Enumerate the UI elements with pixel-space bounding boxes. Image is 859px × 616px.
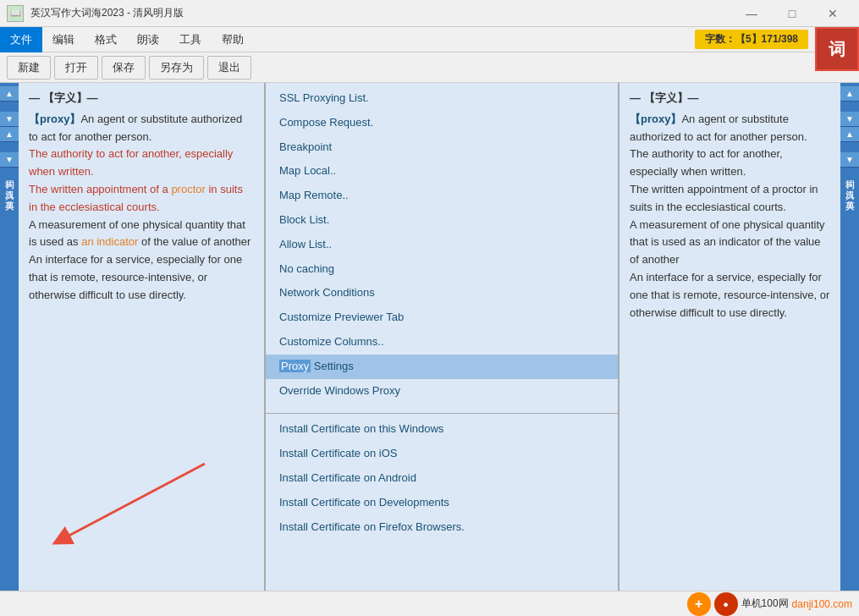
left-panel-text-2: The authority to act for another, especi… <box>29 146 254 181</box>
new-button[interactable]: 新建 <box>7 56 51 80</box>
menu-tools[interactable]: 工具 <box>169 27 212 52</box>
logo-circle-icon: + <box>687 592 711 616</box>
menu-install-cert-developments[interactable]: Install Certificate on Developments <box>266 491 618 515</box>
left-panel-text-5: An interface for a service, especially f… <box>29 251 254 304</box>
toolbar: 新建 打开 保存 另存为 退出 <box>0 52 859 83</box>
menu-override-windows-proxy[interactable]: Override Windows Proxy <box>266 379 618 404</box>
maximize-button[interactable]: □ <box>773 0 812 27</box>
center-panel: SSL Proxying List. Compose Request. Brea… <box>264 83 619 591</box>
menu-divider <box>266 413 618 414</box>
left-panel-heading: — 【字义】— <box>29 90 254 107</box>
exit-button[interactable]: 退出 <box>207 56 251 80</box>
sidebar-right-近义[interactable]: 近义 <box>840 102 858 112</box>
open-button[interactable]: 打开 <box>54 56 98 80</box>
right-panel-heading: — 【字义】— <box>630 90 830 107</box>
title-bar-left: 📖 英汉写作大词海2023 - 清风明月版 <box>7 5 184 22</box>
sidebar-left-近义[interactable]: 近义 <box>0 102 18 112</box>
left-panel-text-3: The written appointment of a proctor in … <box>29 181 254 217</box>
close-button[interactable]: ✕ <box>813 0 852 27</box>
sidebar-left-汉典[interactable]: 汉典 <box>0 178 18 188</box>
right-sidebar: ▲ 近义 ▼ ▲ 反义 ▼ 构词 汉典 英典 <box>840 83 859 591</box>
menu-block-list[interactable]: Block List. <box>266 208 618 233</box>
app-icon: 📖 <box>7 5 24 22</box>
left-scroll-up2[interactable]: ▲ <box>0 127 19 142</box>
left-sidebar: ▲ 近义 ▼ ▲ 反义 ▼ 构词 汉典 英典 <box>0 83 19 591</box>
logo-circle-2: ● <box>714 592 738 616</box>
sidebar-left-构词[interactable]: 构词 <box>0 168 18 178</box>
sidebar-left-反义[interactable]: 反义 <box>0 142 18 152</box>
right-scroll-up2[interactable]: ▲ <box>840 127 859 142</box>
right-panel-text-2: The authority to act for another, especi… <box>630 146 830 181</box>
right-panel-text-4: A measurement of one physical quantity t… <box>630 217 830 269</box>
menu-proxy-settings[interactable]: Proxy Settings <box>266 355 618 379</box>
menu-breakpoint[interactable]: Breakpoint <box>266 135 618 160</box>
right-scroll-down2[interactable]: ▼ <box>840 152 859 168</box>
right-scroll-down1[interactable]: ▼ <box>840 112 859 127</box>
bottom-logo: + ● 单机100网 danji100.com <box>687 592 852 616</box>
menu-map-local[interactable]: Map Local.. <box>266 159 618 184</box>
window-title: 英汉写作大词海2023 - 清风明月版 <box>30 6 184 20</box>
menu-customize-columns[interactable]: Customize Columns.. <box>266 330 618 355</box>
menu-install-cert-firefox[interactable]: Install Certificate on Firefox Browsers. <box>266 515 618 540</box>
menu-no-caching[interactable]: No caching <box>266 257 618 282</box>
menu-ssl-proxying[interactable]: SSL Proxying List. <box>266 86 618 111</box>
right-panel-text-5: An interface for a service, especially f… <box>630 269 830 322</box>
word-count-badge: 字数：【5】171/398 <box>695 30 808 49</box>
menu-install-cert-android[interactable]: Install Certificate on Android <box>266 466 618 491</box>
red-arrow <box>36 455 256 557</box>
left-panel-text-4: A measurement of one physical quantity t… <box>29 217 254 252</box>
logo-badge: 词 <box>815 27 859 71</box>
main-content: ▲ 近义 ▼ ▲ 反义 ▼ 构词 汉典 英典 — 【字义】— 【proxy】An… <box>0 83 859 591</box>
center-menu-list: SSL Proxying List. Compose Request. Brea… <box>266 83 618 542</box>
save-as-button[interactable]: 另存为 <box>149 56 204 80</box>
right-panel-text-1: 【proxy】An agent or substitute authorized… <box>630 111 830 146</box>
bottom-logo-url: danji100.com <box>792 598 852 610</box>
menu-allow-list[interactable]: Allow List.. <box>266 233 618 257</box>
menu-map-remote[interactable]: Map Remote.. <box>266 184 618 208</box>
menu-install-cert-ios[interactable]: Install Certificate on iOS <box>266 442 618 466</box>
sidebar-right-构词[interactable]: 构词 <box>840 168 858 178</box>
right-panel-text-3: The written appointment of a proctor in … <box>630 181 830 217</box>
svg-line-1 <box>61 464 205 540</box>
sidebar-right-汉典[interactable]: 汉典 <box>840 178 858 188</box>
save-button[interactable]: 保存 <box>102 56 146 80</box>
menu-format[interactable]: 格式 <box>85 27 127 52</box>
bottom-bar: + ● 单机100网 danji100.com <box>0 591 859 616</box>
right-panel: — 【字义】— 【proxy】An agent or substitute au… <box>619 83 840 591</box>
sidebar-right-反义[interactable]: 反义 <box>840 142 858 152</box>
menu-compose-request[interactable]: Compose Request. <box>266 111 618 135</box>
menu-file[interactable]: 文件 <box>0 27 42 52</box>
menu-edit[interactable]: 编辑 <box>42 27 85 52</box>
bottom-logo-text: 单机100网 <box>741 597 789 611</box>
left-scroll-down2[interactable]: ▼ <box>0 152 19 168</box>
sidebar-left-英典[interactable]: 英典 <box>0 188 18 198</box>
left-panel-text-1: 【proxy】An agent or substitute authorized… <box>29 111 254 146</box>
left-scroll-down1[interactable]: ▼ <box>0 112 19 127</box>
menu-separator <box>266 403 618 410</box>
minimize-button[interactable]: — <box>732 0 771 27</box>
menu-help[interactable]: 帮助 <box>212 27 254 52</box>
sidebar-right-英典[interactable]: 英典 <box>840 188 858 198</box>
right-scroll-up[interactable]: ▲ <box>840 86 859 102</box>
menu-install-cert-windows[interactable]: Install Certificate on this Windows <box>266 417 618 442</box>
left-scroll-up[interactable]: ▲ <box>0 86 19 102</box>
menu-bar: 文件 编辑 格式 朗读 工具 帮助 字数：【5】171/398 词 <box>0 27 859 52</box>
menu-read[interactable]: 朗读 <box>127 27 169 52</box>
title-bar: 📖 英汉写作大词海2023 - 清风明月版 — □ ✕ <box>0 0 859 27</box>
menu-network-conditions[interactable]: Network Conditions <box>266 281 618 305</box>
window-controls: — □ ✕ <box>732 0 852 27</box>
logo-text: 词 <box>829 38 845 61</box>
menu-customize-previewer[interactable]: Customize Previewer Tab <box>266 305 618 330</box>
left-panel: — 【字义】— 【proxy】An agent or substitute au… <box>19 83 264 591</box>
